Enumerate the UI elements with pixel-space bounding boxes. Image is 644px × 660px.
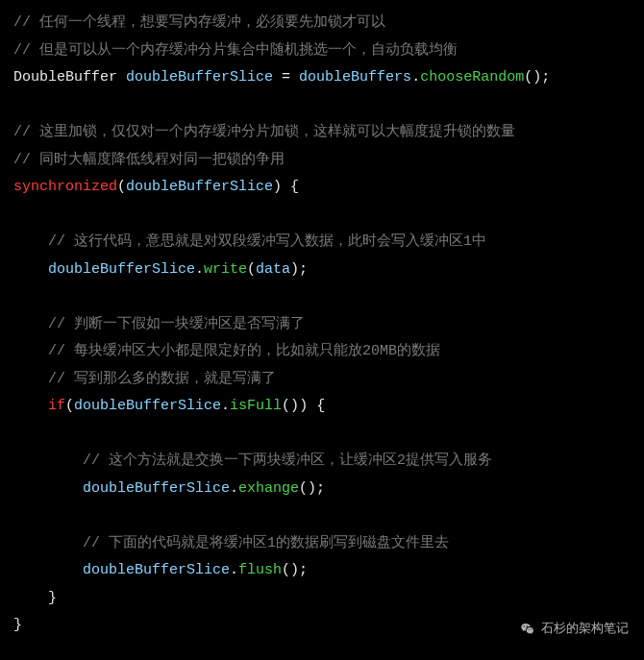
code-line: // 每块缓冲区大小都是限定好的，比如就只能放20MB的数据 bbox=[13, 338, 631, 366]
code-line bbox=[13, 421, 631, 449]
watermark-label: 石杉的架构笔记 bbox=[541, 617, 629, 641]
code-line: doubleBufferSlice.exhange(); bbox=[13, 476, 631, 503]
code-line bbox=[13, 502, 631, 530]
code-line: // 任何一个线程，想要写内存缓冲，必须要先加锁才可以 bbox=[13, 10, 631, 37]
wechat-icon bbox=[520, 622, 535, 637]
code-line: // 这里加锁，仅仅对一个内存缓冲分片加锁，这样就可以大幅度提升锁的数量 bbox=[13, 119, 631, 147]
code-line: // 但是可以从一个内存缓冲分片集合中随机挑选一个，自动负载均衡 bbox=[13, 37, 631, 65]
code-line bbox=[13, 202, 631, 230]
code-line: // 写到那么多的数据，就是写满了 bbox=[13, 366, 631, 394]
code-line: // 判断一下假如一块缓冲区是否写满了 bbox=[13, 311, 631, 339]
code-line: // 这个方法就是交换一下两块缓冲区，让缓冲区2提供写入服务 bbox=[13, 448, 631, 476]
code-line bbox=[13, 283, 631, 311]
code-line: // 同时大幅度降低线程对同一把锁的争用 bbox=[13, 147, 631, 175]
code-line: DoubleBuffer doubleBufferSlice = doubleB… bbox=[13, 64, 631, 92]
code-line: synchronized(doubleBufferSlice) { bbox=[13, 174, 631, 202]
code-line: doubleBufferSlice.write(data); bbox=[13, 257, 631, 284]
code-line: } bbox=[13, 585, 631, 613]
watermark: 石杉的架构笔记 bbox=[520, 617, 629, 641]
code-line: // 下面的代码就是将缓冲区1的数据刷写到磁盘文件里去 bbox=[13, 530, 631, 558]
code-block: // 任何一个线程，想要写内存缓冲，必须要先加锁才可以// 但是可以从一个内存缓… bbox=[0, 0, 644, 649]
code-line: if(doubleBufferSlice.isFull()) { bbox=[13, 393, 631, 421]
code-line bbox=[13, 92, 631, 120]
code-line: doubleBufferSlice.flush(); bbox=[13, 557, 631, 585]
code-line: // 这行代码，意思就是对双段缓冲写入数据，此时会写入缓冲区1中 bbox=[13, 229, 631, 257]
